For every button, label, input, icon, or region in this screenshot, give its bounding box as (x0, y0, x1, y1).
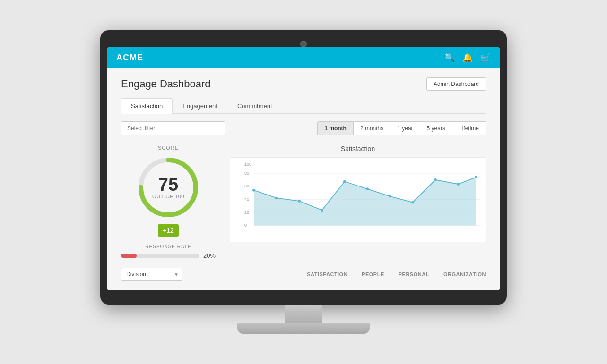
col-people: PEOPLE (362, 271, 384, 277)
division-wrapper: Division ▼ (121, 268, 182, 281)
filter-input[interactable] (121, 121, 225, 135)
chart-title: Satisfaction (230, 145, 486, 152)
search-icon[interactable]: 🔍 (444, 52, 455, 63)
svg-point-15 (275, 197, 278, 200)
camera-dot (300, 41, 307, 47)
svg-point-16 (298, 200, 301, 203)
svg-point-23 (457, 183, 460, 186)
bottom-row: Division ▼ SATISFACTION PEOPLE PERSONAL … (121, 268, 486, 281)
time-btn-5years[interactable]: 5 years (420, 121, 452, 135)
cart-icon[interactable]: 🛒 (480, 52, 491, 63)
tab-commitment[interactable]: Commitment (227, 98, 282, 113)
chart-svg: 0 20 40 60 80 100 (244, 162, 481, 228)
svg-text:2/26-3/04: 2/26-3/04 (428, 227, 442, 228)
svg-point-22 (434, 178, 437, 181)
svg-point-24 (475, 176, 477, 179)
monitor-base (237, 323, 370, 334)
svg-text:80: 80 (244, 171, 249, 176)
svg-text:0: 0 (244, 223, 247, 228)
time-btn-2months[interactable]: 2 months (354, 121, 390, 135)
svg-point-14 (252, 189, 255, 192)
monitor-screen: ACME 🔍 🔔 🛒 Engage Dashboard Admin Dashbo… (107, 47, 500, 290)
time-btn-1month[interactable]: 1 month (317, 121, 354, 135)
svg-point-17 (321, 209, 323, 212)
score-number: 75 (152, 176, 184, 194)
dashboard-body: SCORE 75 (121, 145, 486, 259)
time-buttons: 1 month 2 months 1 year 5 years Lifetime (317, 121, 486, 135)
svg-text:100: 100 (244, 162, 251, 167)
nav-bar: ACME 🔍 🔔 🛒 (107, 47, 500, 68)
camera-wrapper (107, 37, 500, 47)
bottom-labels: SATISFACTION PEOPLE PERSONAL ORGANIZATIO… (307, 271, 486, 277)
main-content: Engage Dashboard Admin Dashboard Satisfa… (107, 68, 500, 290)
admin-dashboard-button[interactable]: Admin Dashboard (426, 77, 486, 91)
svg-text:2/26-3/04: 2/26-3/04 (405, 227, 419, 228)
svg-text:2/26-3/04: 2/26-3/04 (292, 227, 306, 228)
monitor-neck (285, 305, 322, 323)
response-pct: 20% (203, 252, 216, 259)
monitor-wrapper: ACME 🔍 🔔 🛒 Engage Dashboard Admin Dashbo… (100, 30, 507, 334)
bell-icon[interactable]: 🔔 (462, 52, 473, 63)
page-header: Engage Dashboard Admin Dashboard (121, 77, 486, 91)
response-label: RESPONSE RATE (121, 244, 216, 249)
page-title: Engage Dashboard (121, 78, 211, 90)
tab-satisfaction[interactable]: Satisfaction (121, 98, 173, 114)
svg-point-21 (411, 201, 414, 204)
chart-area: 0 20 40 60 80 100 (230, 157, 486, 242)
svg-point-19 (366, 187, 369, 190)
svg-text:2/26-3/04: 2/26-3/04 (270, 227, 285, 228)
chart-section: Satisfaction 0 20 40 60 80 100 (230, 145, 486, 259)
score-center: 75 OUT OF 100 (152, 176, 184, 199)
svg-text:60: 60 (244, 184, 249, 189)
svg-text:2/26-3/04: 2/26-3/04 (314, 227, 329, 228)
nav-icons: 🔍 🔔 🛒 (444, 52, 491, 63)
col-organization: ORGANIZATION (443, 271, 486, 277)
score-ring: 75 OUT OF 100 (135, 154, 201, 220)
svg-text:2/26-3/04: 2/26-3/04 (249, 227, 263, 228)
nav-logo: ACME (116, 53, 143, 63)
monitor-outer: ACME 🔍 🔔 🛒 Engage Dashboard Admin Dashbo… (100, 30, 507, 305)
svg-point-18 (343, 180, 346, 183)
division-select[interactable]: Division (121, 268, 182, 281)
svg-point-20 (389, 195, 391, 198)
svg-text:2/26-3/04: 2/26-3/04 (360, 227, 374, 228)
col-personal: PERSONAL (399, 271, 429, 277)
response-bar-bg (121, 254, 199, 258)
score-label: SCORE (121, 145, 216, 151)
svg-text:20: 20 (244, 210, 249, 215)
time-btn-lifetime[interactable]: Lifetime (452, 121, 486, 135)
svg-marker-13 (254, 177, 476, 225)
svg-text:2/26-3/04: 2/26-3/04 (337, 227, 351, 228)
tabs-container: Satisfaction Engagement Commitment (121, 98, 486, 114)
controls-row: 1 month 2 months 1 year 5 years Lifetime (121, 121, 486, 135)
score-badge: +12 (158, 224, 179, 237)
score-section: SCORE 75 (121, 145, 216, 259)
response-bar-fill (121, 254, 137, 258)
response-bar-row: 20% (121, 252, 216, 259)
col-satisfaction: SATISFACTION (307, 271, 347, 277)
svg-text:40: 40 (244, 197, 249, 202)
tab-engagement[interactable]: Engagement (173, 98, 227, 113)
time-btn-1year[interactable]: 1 year (390, 121, 420, 135)
svg-text:2/26-3/04: 2/26-3/04 (382, 227, 397, 228)
score-circle-wrapper: 75 OUT OF 100 +12 (121, 154, 216, 237)
score-out-of: OUT OF 100 (152, 194, 184, 199)
